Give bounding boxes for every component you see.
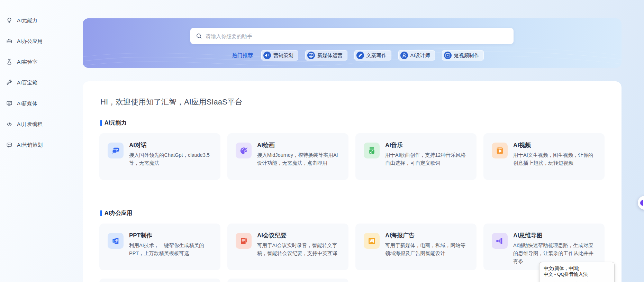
music-icon [364, 143, 380, 158]
chat-bubble-icon [6, 142, 13, 148]
video-icon [492, 143, 508, 158]
ime-language-popup: 中文(简体，中国) 中文 - QQ拼音输入法 英语(美国) 美式键盘 [539, 262, 615, 282]
cards-row-ai-core: AI对话 接入国外领先的ChatGpt，claude3.5等，无需魔法 AI绘画… [99, 133, 605, 180]
sidebar-item-label: AI新媒体 [17, 100, 37, 107]
wrench-icon [6, 79, 13, 86]
sidebar-item-label: AI元能力 [17, 17, 37, 24]
palette-icon [236, 143, 252, 158]
svg-text:P: P [113, 239, 115, 242]
card-poster-ads[interactable]: AI海报广告 可用于新媒体，电商，私域，网站等领域海报及广告图智能设计 [355, 224, 477, 270]
hero-banner: 热门推荐 营销策划 新媒体运营 文案写作 [83, 18, 622, 68]
megaphone-icon [263, 52, 271, 59]
sidebar-item-label: AI百宝箱 [17, 80, 37, 86]
media-monitor-icon [307, 52, 315, 59]
section-title-ai-core: AI元能力 [100, 119, 127, 127]
tag-copywriting[interactable]: 文案写作 [354, 50, 391, 61]
tag-short-video[interactable]: 短视频制作 [442, 50, 484, 61]
cards-row-ai-office: P PPT制作 利用AI技术，一键帮你生成精美的PPT，上万款精美模板可选 AI… [99, 224, 605, 270]
sidebar-item-label: AI办公应用 [17, 38, 43, 45]
flask-icon [6, 58, 13, 65]
chat-icon [108, 143, 124, 158]
sidebar-item-ai-core[interactable]: AI元能力 [6, 15, 37, 26]
sidebar-item-ai-office[interactable]: AI办公应用 [6, 36, 43, 47]
briefcase-icon [6, 38, 13, 45]
tag-newmedia[interactable]: 新媒体运营 [305, 50, 347, 61]
floating-assistant-button[interactable] [638, 196, 644, 210]
section-bar [100, 210, 102, 216]
sidebar-item-ai-newmedia[interactable]: AI新媒体 [6, 98, 37, 109]
poster-icon [364, 233, 380, 249]
sidebar-item-label: AI实验室 [17, 59, 37, 65]
designer-icon [400, 52, 408, 59]
card-ai-music[interactable]: AI音乐 用于AI歌曲创作，支持12种音乐风格自由选择，可自定义歌词 [355, 133, 477, 180]
hot-tags-row: 热门推荐 营销策划 新媒体运营 文案写作 [232, 50, 484, 61]
assistant-search [190, 28, 514, 44]
sidebar-item-ai-lab[interactable]: AI实验室 [6, 56, 37, 67]
ppt-icon: P [108, 233, 124, 249]
ime-language-line: 中文(简体，中国) [544, 265, 610, 271]
card-ai-video[interactable]: AI视频 用于AI文生视频，图生视频，让你的创意插上翅膀，玩转短视频 [483, 133, 605, 180]
tag-marketing[interactable]: 营销策划 [261, 50, 298, 61]
sidebar-item-label: AI营销策划 [17, 142, 43, 148]
video-clip-icon [444, 52, 452, 59]
card-partial-1[interactable] [99, 279, 220, 282]
main-content: HI，欢迎使用知了汇智，AI应用SIaaS平台 AI元能力 AI对话 接入国外领… [83, 81, 622, 282]
lightbulb-icon [6, 17, 13, 24]
mindmap-icon [492, 233, 508, 249]
page-title: HI，欢迎使用知了汇智，AI应用SIaaS平台 [100, 97, 243, 107]
card-ppt[interactable]: P PPT制作 利用AI技术，一键帮你生成精美的PPT，上万款精美模板可选 [99, 224, 220, 270]
card-ai-painting[interactable]: AI绘画 接入MidJourney，模特换装等实用AI设计功能，无需魔法，点击即… [227, 133, 348, 180]
card-partial-2[interactable] [227, 279, 348, 282]
ime-method-line: 中文 - QQ拼音输入法 [544, 271, 610, 277]
sidebar-item-ai-marketing[interactable]: AI营销策划 [6, 139, 43, 151]
tag-ai-designer[interactable]: AI设计师 [398, 50, 435, 61]
card-ai-chat[interactable]: AI对话 接入国外领先的ChatGpt，claude3.5等，无需魔法 [99, 133, 220, 180]
sidebar-item-ai-toolbox[interactable]: AI百宝箱 [6, 77, 37, 88]
meeting-notes-icon [236, 233, 252, 249]
app-canvas: AI元能力 AI办公应用 AI实验室 AI百宝箱 AI新媒体 [0, 0, 644, 282]
assistant-logo-icon [640, 200, 643, 206]
section-bar [100, 120, 102, 126]
sidebar-item-ai-dev[interactable]: AI开发编程 [6, 119, 43, 130]
code-icon [6, 121, 13, 128]
search-input[interactable] [206, 33, 508, 39]
sidebar-item-label: AI开发编程 [17, 121, 43, 128]
hot-label: 热门推荐 [232, 52, 253, 59]
section-title-ai-office: AI办公应用 [100, 210, 132, 217]
search-icon [196, 33, 202, 39]
pen-icon [356, 52, 364, 59]
card-meeting-notes[interactable]: AI会议纪要 可用于AI会议实时录音，智能转文字稿，智能转会议纪要，支持中英互译 [227, 224, 348, 270]
monitor-chart-icon [6, 100, 13, 107]
